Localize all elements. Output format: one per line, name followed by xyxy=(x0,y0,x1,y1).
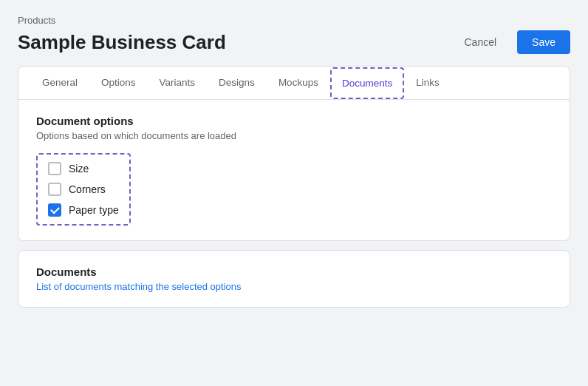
document-options-title: Document options xyxy=(36,115,552,127)
document-options-section: Document options Options based on which … xyxy=(18,100,570,240)
checkbox-corners-box[interactable] xyxy=(48,183,61,196)
tab-documents[interactable]: Documents xyxy=(330,67,404,99)
checkboxes-group: Size Corners Paper type xyxy=(36,153,131,226)
documents-section-body: Documents List of documents matching the… xyxy=(18,251,570,307)
tab-variants[interactable]: Variants xyxy=(148,67,208,100)
documents-subtitle: List of documents matching the selected … xyxy=(36,281,552,292)
checkbox-size[interactable]: Size xyxy=(48,162,119,175)
checkbox-paper-type[interactable]: Paper type xyxy=(48,203,119,217)
checkbox-size-box[interactable] xyxy=(48,162,61,175)
header-actions: Cancel Save xyxy=(452,30,570,54)
cancel-button[interactable]: Cancel xyxy=(452,30,508,54)
tabs-row: General Options Variants Designs Mockups… xyxy=(18,67,570,100)
documents-card: Documents List of documents matching the… xyxy=(18,250,570,308)
checkbox-corners-label: Corners xyxy=(69,183,106,195)
checkbox-size-label: Size xyxy=(69,163,89,175)
page-title: Sample Business Card xyxy=(18,31,226,54)
tab-options[interactable]: Options xyxy=(89,67,148,100)
tab-general[interactable]: General xyxy=(30,67,89,100)
checkbox-paper-type-label: Paper type xyxy=(69,204,119,216)
document-options-subtitle: Options based on which documents are loa… xyxy=(36,130,552,141)
checkbox-paper-type-box[interactable] xyxy=(48,203,61,217)
main-card: General Options Variants Designs Mockups… xyxy=(18,66,570,241)
documents-title: Documents xyxy=(36,265,552,278)
checkbox-corners[interactable]: Corners xyxy=(48,183,119,196)
breadcrumb: Products xyxy=(18,15,570,26)
tab-links[interactable]: Links xyxy=(404,67,451,100)
save-button[interactable]: Save xyxy=(517,30,570,54)
tab-designs[interactable]: Designs xyxy=(207,67,267,100)
tab-mockups[interactable]: Mockups xyxy=(267,67,330,100)
page-header: Sample Business Card Cancel Save xyxy=(18,30,570,54)
